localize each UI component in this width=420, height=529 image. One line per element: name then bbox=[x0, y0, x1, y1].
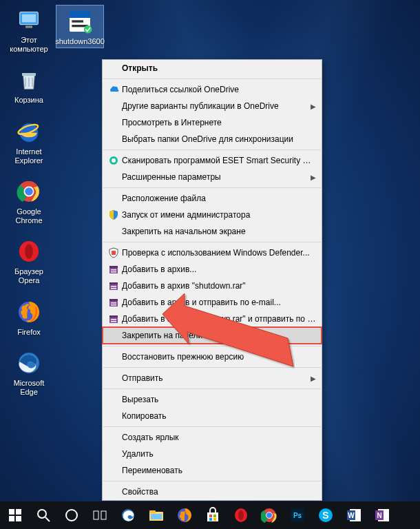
svg-point-61 bbox=[266, 512, 273, 519]
taskbar-taskview[interactable] bbox=[86, 501, 114, 529]
menu-item[interactable]: Добавить в архив... bbox=[103, 261, 322, 278]
taskbar-start[interactable] bbox=[1, 501, 29, 529]
svg-rect-51 bbox=[151, 514, 162, 519]
blank-icon bbox=[105, 371, 122, 385]
svg-rect-16 bbox=[112, 251, 116, 255]
menu-item[interactable]: Открыть bbox=[103, 60, 322, 76]
shutdown-icon bbox=[65, 7, 94, 36]
svg-rect-27 bbox=[111, 302, 116, 304]
menu-item[interactable]: Добавить в архив "shutdown.rar" и отправ… bbox=[103, 311, 322, 327]
recycle-icon bbox=[14, 65, 43, 94]
taskbar-edge[interactable] bbox=[114, 501, 142, 529]
menu-item[interactable]: Отправить▶ bbox=[103, 370, 322, 386]
icon-label: Microsoft Edge bbox=[6, 379, 52, 396]
svg-rect-20 bbox=[111, 271, 116, 273]
svg-rect-24 bbox=[111, 288, 116, 289]
svg-rect-50 bbox=[149, 510, 156, 513]
menu-item[interactable]: Свойства bbox=[103, 484, 322, 500]
menu-item[interactable]: Запуск от имени администратора bbox=[103, 207, 322, 223]
edge-icon bbox=[14, 349, 43, 377]
svg-rect-23 bbox=[111, 286, 116, 287]
svg-text:S: S bbox=[322, 510, 328, 521]
svg-rect-41 bbox=[9, 516, 14, 521]
desktop-icon-edge[interactable]: Microsoft Edge bbox=[6, 349, 52, 396]
desktop-icon-chrome[interactable]: Google Chrome bbox=[6, 177, 52, 225]
svg-rect-56 bbox=[209, 518, 212, 521]
desktop-icon-opera[interactable]: Браузер Opera bbox=[6, 237, 52, 284]
taskbar-search[interactable] bbox=[30, 501, 57, 529]
taskbar-chrome[interactable] bbox=[255, 501, 283, 529]
menu-item-label: Расширенные параметры bbox=[122, 172, 311, 182]
eset-icon bbox=[105, 154, 122, 167]
svg-rect-19 bbox=[111, 269, 116, 271]
blank-icon bbox=[105, 170, 122, 184]
menu-item[interactable]: Вырезать bbox=[103, 391, 322, 408]
icon-label: Браузер Opera bbox=[6, 267, 52, 284]
firefox-icon bbox=[14, 298, 43, 326]
context-menu: ОткрытьПоделиться ссылкой OneDriveДругие… bbox=[102, 59, 322, 501]
menu-separator bbox=[103, 346, 321, 346]
desktop-icon-shutdown[interactable]: shutdown3600 bbox=[56, 6, 103, 48]
taskbar-skype[interactable]: S bbox=[312, 501, 339, 529]
menu-item[interactable]: Другие варианты публикации в OneDrive▶ bbox=[103, 98, 322, 114]
menu-item[interactable]: Закрепить на начальном экране bbox=[103, 223, 322, 240]
desktop-icon-recycle[interactable]: Корзина bbox=[6, 65, 52, 105]
menu-item[interactable]: Удалить bbox=[103, 446, 322, 462]
desktop-icon-ie[interactable]: Internet Explorer bbox=[6, 117, 52, 165]
submenu-arrow-icon: ▶ bbox=[311, 103, 316, 110]
blank-icon bbox=[105, 99, 122, 113]
menu-item[interactable]: Добавить в архив "shutdown.rar" bbox=[103, 278, 322, 294]
taskbar-word[interactable]: W bbox=[340, 501, 368, 529]
svg-rect-3 bbox=[22, 73, 36, 76]
onedrive-icon bbox=[105, 83, 122, 96]
menu-item[interactable]: Просмотреть в Интернете bbox=[103, 114, 322, 131]
taskbar-store[interactable] bbox=[199, 501, 227, 529]
svg-rect-35 bbox=[70, 11, 90, 18]
menu-separator bbox=[103, 481, 321, 481]
menu-item[interactable]: Закрепить на панели задач bbox=[103, 327, 322, 344]
menu-item[interactable]: Копировать bbox=[103, 408, 322, 424]
menu-item[interactable]: Поделиться ссылкой OneDrive bbox=[103, 81, 322, 98]
blank-icon bbox=[105, 225, 122, 238]
icon-label: Корзина bbox=[14, 96, 43, 105]
menu-item-label: Проверка с использованием Windows Defend… bbox=[122, 248, 316, 258]
icon-label: Google Chrome bbox=[6, 207, 52, 225]
menu-item[interactable]: Проверка с использованием Windows Defend… bbox=[103, 245, 322, 261]
menu-item-label: Свойства bbox=[122, 487, 316, 497]
menu-item-label: Закрепить на начальном экране bbox=[122, 227, 316, 236]
taskbar-cortana[interactable] bbox=[58, 501, 85, 529]
menu-item[interactable]: Расширенные параметры▶ bbox=[103, 169, 322, 185]
menu-item-label: Восстановить прежнюю версию bbox=[122, 352, 316, 362]
taskbar-ps[interactable]: Ps bbox=[284, 501, 311, 529]
desktop-icon-this-pc[interactable]: Этот компьютер bbox=[6, 6, 52, 53]
menu-item[interactable]: Восстановить прежнюю версию bbox=[103, 349, 322, 365]
menu-separator bbox=[103, 79, 321, 79]
desktop[interactable]: Этот компьютерКорзинаInternet ExplorerGo… bbox=[0, 0, 420, 501]
svg-point-15 bbox=[112, 158, 116, 163]
taskbar-onenote[interactable]: N bbox=[368, 501, 396, 529]
svg-text:N: N bbox=[377, 512, 381, 519]
svg-point-43 bbox=[38, 510, 46, 518]
menu-item-label: Другие варианты публикации в OneDrive bbox=[122, 101, 311, 111]
desktop-icon-firefox[interactable]: Firefox bbox=[6, 298, 52, 337]
menu-item[interactable]: Переименовать bbox=[103, 462, 322, 479]
menu-item[interactable]: Сканировать программой ESET Smart Securi… bbox=[103, 152, 322, 169]
taskbar-opera[interactable] bbox=[227, 501, 255, 529]
menu-item[interactable]: Расположение файла bbox=[103, 190, 322, 207]
taskbar-explorer[interactable] bbox=[143, 501, 170, 529]
rar-icon bbox=[105, 279, 122, 293]
menu-item-label: Добавить в архив "shutdown.rar" bbox=[122, 281, 316, 291]
svg-rect-47 bbox=[101, 511, 106, 519]
svg-rect-39 bbox=[9, 509, 14, 515]
menu-item[interactable]: Добавить в архив и отправить по e-mail..… bbox=[103, 294, 322, 311]
menu-item[interactable]: Выбрать папки OneDrive для синхронизации bbox=[103, 131, 322, 147]
menu-item[interactable]: Создать ярлык bbox=[103, 429, 322, 446]
menu-separator bbox=[103, 367, 321, 368]
menu-separator bbox=[103, 426, 321, 427]
rar-icon bbox=[105, 312, 122, 326]
blank-icon bbox=[105, 485, 122, 499]
this-pc-icon bbox=[14, 6, 43, 34]
taskbar-firefox[interactable] bbox=[171, 501, 198, 529]
menu-item-label: Закрепить на панели задач bbox=[122, 331, 316, 340]
svg-line-44 bbox=[45, 517, 50, 521]
